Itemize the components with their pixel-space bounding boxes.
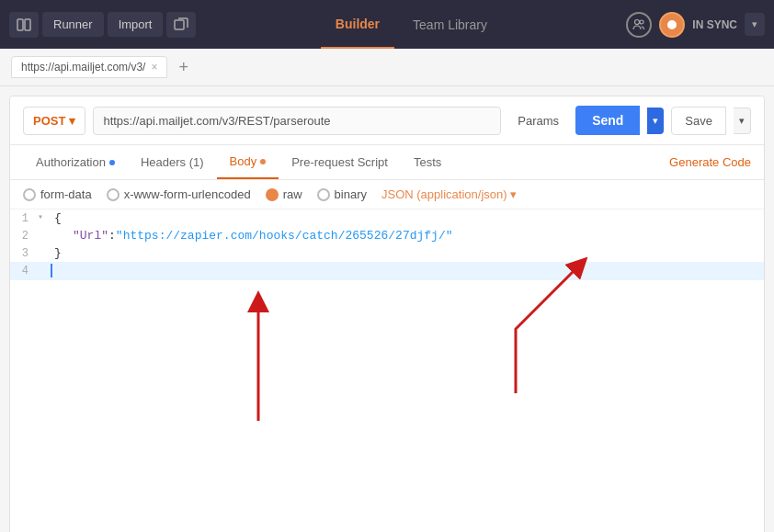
add-tab-button[interactable]: +: [175, 58, 192, 77]
tab-headers[interactable]: Headers (1): [128, 146, 217, 178]
indent: [54, 229, 73, 243]
request-row: POST ▾ Params Send ▾ Save ▾: [10, 96, 764, 145]
save-button[interactable]: Save: [671, 107, 726, 135]
body-options: form-data x-www-form-urlencoded raw bina…: [10, 180, 764, 209]
tab-authorization[interactable]: Authorization: [23, 146, 128, 178]
sync-area: IN SYNC ▾: [626, 12, 765, 38]
builder-tab[interactable]: Builder: [321, 0, 394, 49]
main-content: POST ▾ Params Send ▾ Save ▾ Authorizatio…: [0, 86, 774, 532]
json-type-selector[interactable]: JSON (application/json) ▾: [381, 187, 517, 201]
code-line-1: 1 ▾ {: [10, 209, 764, 227]
new-tab-button[interactable]: [166, 12, 196, 38]
editor-empty-space: [10, 439, 764, 532]
sidebar-toggle-button[interactable]: [9, 12, 39, 38]
code-line-2: 2 "Url":"https://zapier.com/hooks/catch/…: [10, 227, 764, 244]
binary-option[interactable]: binary: [317, 187, 367, 201]
tabs-row: Authorization Headers (1) Body Pre-reque…: [10, 145, 764, 180]
code-line-3: 3 }: [10, 244, 764, 262]
team-library-tab[interactable]: Team Library: [398, 0, 502, 49]
code-editor[interactable]: 1 ▾ { 2 "Url":"https://zapier.com/hooks/…: [10, 209, 764, 439]
send-dropdown-button[interactable]: ▾: [647, 108, 664, 134]
form-data-radio[interactable]: [23, 188, 36, 201]
params-button[interactable]: Params: [508, 108, 568, 134]
topbar: Runner Import Builder Team Library IN SY…: [0, 0, 774, 49]
json-dropdown-icon: ▾: [510, 187, 517, 201]
url-tab[interactable]: https://api.mailjet.com/v3/ ×: [11, 56, 167, 78]
runner-button[interactable]: Runner: [42, 12, 104, 37]
sync-dropdown-button[interactable]: ▾: [745, 13, 765, 36]
svg-rect-2: [175, 20, 184, 29]
body-dot: [260, 159, 266, 164]
raw-radio[interactable]: [266, 188, 279, 201]
svg-rect-0: [17, 19, 23, 30]
method-dropdown-icon: ▾: [69, 114, 75, 128]
url-encoded-radio[interactable]: [107, 188, 120, 201]
tab-close-icon[interactable]: ×: [151, 61, 157, 74]
svg-rect-1: [25, 19, 30, 30]
svg-point-3: [635, 19, 640, 24]
sync-people-icon: [626, 12, 652, 38]
tab-tests[interactable]: Tests: [401, 146, 454, 178]
method-button[interactable]: POST ▾: [23, 107, 85, 135]
generate-code-link[interactable]: Generate Code: [669, 155, 751, 169]
authorization-dot: [109, 160, 115, 165]
code-line-4: 4: [10, 262, 764, 280]
urlbar-area: https://api.mailjet.com/v3/ × +: [0, 49, 774, 86]
svg-point-4: [640, 20, 643, 24]
sync-label: IN SYNC: [692, 18, 737, 31]
save-dropdown-button[interactable]: ▾: [734, 108, 751, 134]
request-panel: POST ▾ Params Send ▾ Save ▾ Authorizatio…: [9, 96, 765, 532]
url-input[interactable]: [93, 107, 501, 135]
import-button[interactable]: Import: [108, 12, 164, 37]
form-data-option[interactable]: form-data: [23, 187, 92, 201]
binary-radio[interactable]: [317, 188, 330, 201]
sync-status-icon: [659, 12, 685, 38]
tab-body[interactable]: Body: [217, 145, 279, 179]
raw-option[interactable]: raw: [266, 187, 302, 201]
tab-pre-request[interactable]: Pre-request Script: [279, 146, 401, 178]
send-button[interactable]: Send: [575, 106, 640, 135]
url-encoded-option[interactable]: x-www-form-urlencoded: [107, 187, 251, 201]
